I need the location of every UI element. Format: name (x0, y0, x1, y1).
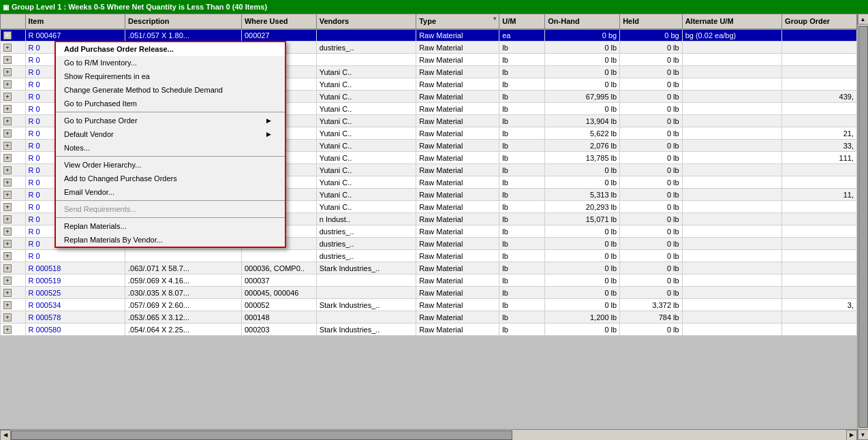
expand-btn[interactable]: + (3, 289, 12, 297)
table-cell: 15,071 lb (545, 213, 620, 225)
expand-btn[interactable]: + (3, 93, 12, 101)
scroll-thumb[interactable] (858, 26, 868, 428)
expand-btn[interactable]: + (3, 117, 12, 125)
table-cell: 0 lb (620, 54, 683, 66)
table-cell: 0 lb (620, 91, 683, 103)
col-header-um[interactable]: U/M (499, 14, 545, 29)
table-cell: Raw Material (416, 213, 499, 225)
table-cell (125, 250, 242, 262)
expand-btn[interactable]: + (3, 80, 12, 89)
context-menu-item-email-vendor[interactable]: Email Vendor... (56, 185, 285, 199)
table-cell: 000037 (241, 274, 316, 287)
col-header-desc[interactable]: Description (125, 14, 242, 29)
context-menu-item-goto-purchased[interactable]: Go to Purchased Item (56, 97, 285, 110)
menu-item-label: View Order Hierarchy... (64, 161, 141, 169)
table-cell (316, 29, 416, 42)
expand-btn[interactable]: + (3, 105, 12, 113)
context-menu-item-change-generate[interactable]: Change Generate Method to Schedule Deman… (56, 83, 285, 97)
expand-btn[interactable]: + (3, 31, 12, 40)
table-cell: ea (499, 29, 545, 42)
table-cell (682, 127, 781, 140)
table-row[interactable]: +R 000518.063/.071 X 58.7...000036, COMP… (1, 262, 857, 274)
table-cell (682, 91, 781, 103)
context-menu-item-replan-materials[interactable]: Replan Materials... (56, 219, 285, 233)
expand-btn[interactable]: + (3, 68, 12, 76)
expand-btn[interactable]: + (3, 129, 12, 138)
filter-icon[interactable]: ▼ (492, 16, 497, 22)
table-cell: 0 lb (545, 274, 620, 287)
expand-btn[interactable]: + (3, 301, 12, 309)
table-cell: + (1, 287, 26, 299)
table-row[interactable]: +R 000467.051/.057 X 1.80...000027Raw Ma… (1, 29, 857, 42)
context-menu-item-add-changed-po[interactable]: Add to Changed Purchase Orders (56, 172, 285, 185)
expand-btn[interactable]: + (3, 215, 12, 223)
col-header-onhand[interactable]: On-Hand (545, 14, 620, 29)
expand-btn[interactable]: + (3, 56, 12, 64)
col-header-altum[interactable]: Alternate U/M (682, 14, 781, 29)
table-cell: R 000525 (25, 287, 125, 299)
expand-btn[interactable]: + (3, 313, 12, 321)
menu-item-label: Go to R/M Inventory... (64, 59, 137, 67)
expand-btn[interactable]: + (3, 227, 12, 236)
table-cell (782, 274, 857, 287)
context-menu-item-add-po-release[interactable]: Add Purchase Order Release... (56, 42, 285, 56)
table-row[interactable]: +R 000580.054/.064 X 2.25...000203Stark … (1, 324, 857, 336)
table-row[interactable]: +R 000519.059/.069 X 4.16...000037Raw Ma… (1, 274, 857, 287)
col-header-vendors[interactable]: Vendors (316, 14, 416, 29)
table-cell: Raw Material (416, 201, 499, 213)
col-header-grouporder[interactable]: Group Order (782, 14, 857, 29)
expand-btn[interactable]: + (3, 154, 12, 162)
scroll-down-btn[interactable]: ▼ (858, 429, 869, 440)
scroll-right-btn[interactable]: ▶ (846, 430, 857, 441)
col-header-item[interactable]: Item (25, 14, 125, 29)
table-cell: Yutani C.. (316, 164, 416, 176)
table-cell (682, 115, 781, 127)
table-cell (782, 29, 857, 42)
table-cell: Raw Material (416, 324, 499, 336)
expand-btn[interactable]: + (3, 277, 12, 285)
expand-btn[interactable]: + (3, 44, 12, 52)
table-cell (682, 250, 781, 262)
expand-btn[interactable]: + (3, 166, 12, 174)
context-menu-item-default-vendor[interactable]: Default Vendor▶ (56, 127, 285, 141)
expand-btn[interactable]: + (3, 191, 12, 199)
expand-btn[interactable]: + (3, 240, 12, 248)
table-row[interactable]: +R 000578.053/.065 X 3.12...000148Raw Ma… (1, 311, 857, 324)
table-cell: lb (499, 274, 545, 287)
table-row[interactable]: +R 0dustries_..Raw Materiallb0 lb0 lb (1, 250, 857, 262)
context-menu-item-view-order-hierarchy[interactable]: View Order Hierarchy... (56, 158, 285, 172)
menu-separator (56, 217, 285, 218)
vertical-scrollbar[interactable]: ▲ ▼ (857, 14, 868, 440)
expand-btn[interactable]: + (3, 252, 12, 260)
expand-btn[interactable]: + (3, 326, 12, 334)
table-cell: .059/.069 X 4.16... (125, 274, 242, 287)
table-cell: Raw Material (416, 152, 499, 164)
table-cell: 0 lb (545, 164, 620, 176)
table-cell: 67,995 lb (545, 91, 620, 103)
context-menu-item-goto-rm-inventory[interactable]: Go to R/M Inventory... (56, 56, 285, 69)
expand-btn[interactable]: + (3, 142, 12, 150)
table-cell: lb (499, 299, 545, 311)
table-cell: 000027 (241, 29, 316, 42)
horizontal-scrollbar[interactable]: ◀ ▶ (0, 429, 857, 440)
table-cell: Stark Industries_.. (316, 299, 416, 311)
context-menu-item-replan-by-vendor[interactable]: Replan Materials By Vendor... (56, 233, 285, 247)
col-header-where[interactable]: Where Used (241, 14, 316, 29)
table-cell: + (1, 324, 26, 336)
context-menu-item-show-requirements[interactable]: Show Requirements in ea (56, 69, 285, 83)
scroll-up-btn[interactable]: ▲ (858, 14, 869, 25)
col-header-type[interactable]: Type ▼ (416, 14, 499, 29)
context-menu-item-goto-po[interactable]: Go to Purchase Order▶ (56, 114, 285, 127)
table-cell: 0 lb (620, 189, 683, 201)
table-row[interactable]: +R 000534.057/.069 X 2.60...000052Stark … (1, 299, 857, 311)
col-header-held[interactable]: Held (620, 14, 683, 29)
menu-item-label: Show Requirements in ea (64, 72, 150, 80)
table-row[interactable]: +R 000525.030/.035 X 8.07...000045, 0000… (1, 287, 857, 299)
expand-btn[interactable]: + (3, 178, 12, 187)
expand-btn[interactable]: + (3, 264, 12, 272)
table-cell: + (1, 189, 26, 201)
table-cell (682, 238, 781, 250)
expand-btn[interactable]: + (3, 203, 12, 211)
context-menu-item-notes[interactable]: Notes... (56, 141, 285, 155)
scroll-left-btn[interactable]: ◀ (0, 430, 11, 441)
